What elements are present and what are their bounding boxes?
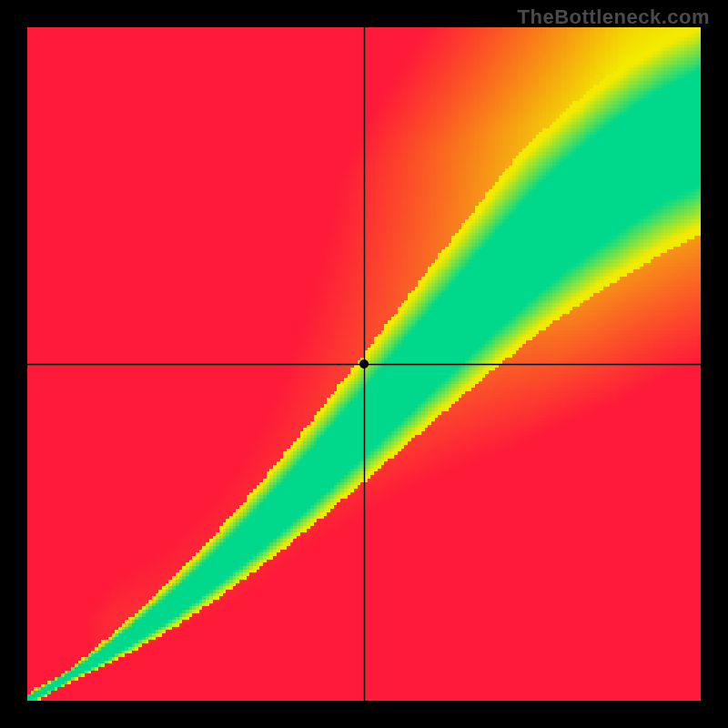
watermark-text: TheBottleneck.com [518, 5, 710, 29]
chart-frame: TheBottleneck.com [0, 0, 728, 728]
bottleneck-heatmap [27, 27, 701, 701]
